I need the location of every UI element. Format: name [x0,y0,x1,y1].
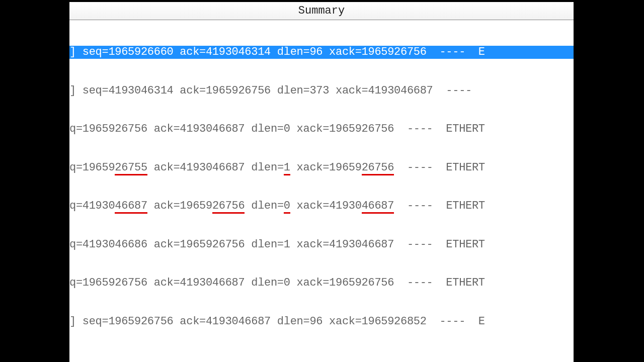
packet-row[interactable]: q=4193046687 ack=1965926756 dlen=0 xack=… [69,200,574,213]
annotation-underline: 46687 [115,200,147,214]
packet-list[interactable]: ] seq=1965926660 ack=4193046314 dlen=96 … [69,20,574,353]
packet-row[interactable]: q=4193046686 ack=1965926756 dlen=1 xack=… [69,238,574,251]
packet-row[interactable]: q=1965926756 ack=4193046687 dlen=0 xack=… [69,123,574,136]
empty-space [69,353,574,362]
packet-row[interactable]: ] seq=1965926660 ack=4193046314 dlen=96 … [69,46,574,59]
annotation-underline: 26756 [212,200,245,214]
annotation-underline: 1 [284,161,290,175]
packet-row[interactable]: ] seq=4193046314 ack=1965926756 dlen=373… [69,84,574,98]
packet-row[interactable]: ] seq=1965926756 ack=4193046687 dlen=96 … [69,315,574,328]
annotation-underline: 26755 [115,161,147,175]
packet-row[interactable]: q=1965926755 ack=4193046687 dlen=1 xack=… [69,161,574,174]
annotation-underline: 0 [284,200,290,214]
annotation-underline: 46687 [362,200,394,214]
summary-column-header[interactable]: Summary [69,2,574,20]
packet-list-pane[interactable]: ] seq=1965926660 ack=4193046314 dlen=96 … [69,20,574,362]
packet-analyzer-window: Summary ] seq=1965926660 ack=4193046314 … [69,2,574,362]
packet-row[interactable]: q=1965926756 ack=4193046687 dlen=0 xack=… [69,277,574,290]
annotation-underline: 26756 [362,161,394,175]
